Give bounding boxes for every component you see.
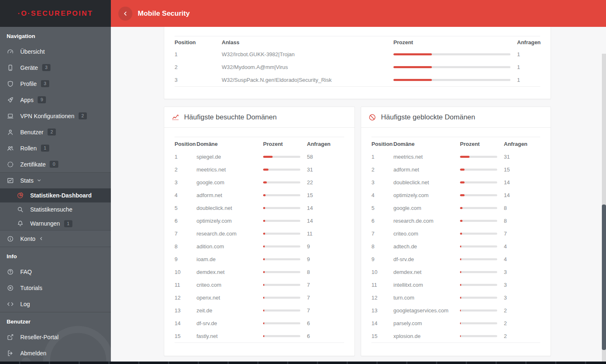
table-row: 15fastly.net6 [175,330,344,343]
progress-bar [263,194,300,196]
external-link-icon [7,333,15,341]
cell-domain: turn.com [393,295,460,301]
sidebar-item-stats[interactable]: Stats [0,172,111,188]
table-row: 1W32/Ircbot.GUKK-3982|Trojan1 [175,48,540,61]
progress-bar [460,194,497,196]
table-row: 6optimizely.com14 [175,214,344,227]
progress-bar [460,271,497,273]
progress-bar [460,156,497,158]
count-badge: 1 [64,220,72,227]
cell-position: 11 [371,282,393,288]
cell-position: 3 [175,179,196,186]
cell-position: 9 [371,256,393,262]
question-icon [7,268,15,276]
table-row: 11intellitxt.com3 [371,278,540,291]
sidebar-item-rollen[interactable]: Rollen1 [0,140,111,156]
cell-anfragen: 14 [307,218,344,224]
cell-domain: research.de.com [393,218,460,224]
cell-domain: googletagservices.com [393,307,460,314]
sidebar-item-label: Profile [20,81,37,87]
securepoint-logo[interactable]: ·O·SECUREPOINT [0,0,111,27]
cell-domain: spiegel.de [196,154,263,160]
sidebar: ·O·SECUREPOINT NavigationÜbersichtGeräte… [0,0,111,364]
line-chart-icon [171,113,180,121]
sidebar-item-faq[interactable]: FAQ [0,264,111,280]
progress-bar [263,322,300,324]
cell-domain: intellitxt.com [393,282,460,288]
sidebar-item-apps[interactable]: Apps9 [0,92,111,108]
count-badge: 2 [48,128,56,136]
column-header: Position [175,39,222,45]
users-icon [7,145,15,152]
sidebar-item-geräte[interactable]: Geräte3 [0,59,111,76]
count-badge: 1 [41,145,49,152]
cell-domain: meetrics.net [196,167,263,173]
column-header: Anfragen [307,141,344,147]
card-title-row: Häufigste geblockte Domänen [361,107,551,128]
sidebar-item-tutorials[interactable]: Tutorials [0,280,111,296]
table-row: 10demdex.net8 [175,266,344,278]
sidebar-item-zertifikate[interactable]: Zertifikate0 [0,156,111,172]
cell-domain: ioam.de [196,256,263,262]
cell-position: 10 [371,269,393,275]
count-badge: 3 [42,64,50,71]
table-header-row: PositionDomäneProzentAnfragen [175,137,344,150]
cell-anfragen: 31 [504,154,540,160]
table-row: 8adition.com9 [175,240,344,253]
sidebar-item-statistikensuche[interactable]: Statistikensuche [0,202,111,216]
page-header: Mobile Security [111,0,606,27]
sidebar-item-label: FAQ [20,269,32,275]
column-header: Position [175,141,196,147]
sidebar-item-warnungen[interactable]: Warnungen1 [0,216,111,231]
progress-bar [263,233,300,235]
cell-anfragen: 1 [517,77,540,83]
background-window-edge [0,362,606,364]
blocked-domains-table: PositionDomäneProzentAnfragen1meetrics.n… [371,137,540,343]
cell-position: 15 [175,333,196,339]
sidebar-item-vpn-konfigurationen[interactable]: VPN Konfigurationen2 [0,108,111,124]
cell-domain: df-srv.de [196,320,263,326]
table-row: 9df-srv.de4 [371,253,540,266]
chevron-down-icon [37,177,45,184]
sidebar-item-profile[interactable]: Profile3 [0,76,111,92]
cell-position: 6 [371,218,393,224]
cell-anlass: W32/Mydoom.A@mm|Virus [222,64,393,70]
blocked-icon [368,113,376,121]
scrollbar-thumb[interactable] [602,205,606,350]
sidebar-nav: NavigationÜbersichtGeräte3Profile3Apps9V… [0,27,111,361]
logout-icon [7,350,15,357]
cell-domain: optimizely.com [196,218,263,224]
sidebar-item-benutzer[interactable]: Benutzer2 [0,124,111,140]
progress-bar [263,220,300,222]
progress-bar [393,53,510,55]
sidebar-item-log[interactable]: Log [0,296,111,312]
sidebar-item-übersicht[interactable]: Übersicht [0,43,111,59]
sidebar-item-konto[interactable]: Konto [0,231,111,247]
back-button[interactable] [118,7,132,21]
cell-anfragen: 1 [517,64,540,70]
chevron-left-icon [39,235,47,243]
progress-bar [263,156,300,158]
table-row: 5doubleclick.net14 [175,202,344,214]
cell-position: 11 [175,282,196,288]
section-label-benutzer: Benutzer [0,312,111,329]
sidebar-item-statistiken-dashboard[interactable]: Statistiken-Dashboard [0,188,111,202]
scrollbar-track[interactable] [602,54,606,364]
cell-anfragen: 8 [504,218,540,224]
card-title-row: Häufigste besuchte Domänen [164,107,354,128]
cell-position: 9 [175,256,196,262]
cell-anlass: W32/Ircbot.GUKK-3982|Trojan [222,51,393,57]
progress-bar [460,233,497,235]
card-title: Häufigste besuchte Domänen [184,113,277,121]
gauge-icon [7,48,15,55]
cell-position: 15 [371,333,393,339]
cell-position: 8 [371,243,393,250]
cell-anfragen: 11 [307,231,344,237]
progress-bar [263,309,300,312]
code-icon [7,300,15,308]
progress-bar [263,181,300,183]
cell-domain: zeit.de [196,307,263,314]
cell-position: 5 [371,205,393,211]
cell-domain: meetrics.net [393,154,460,160]
cell-domain: google.com [196,179,263,186]
